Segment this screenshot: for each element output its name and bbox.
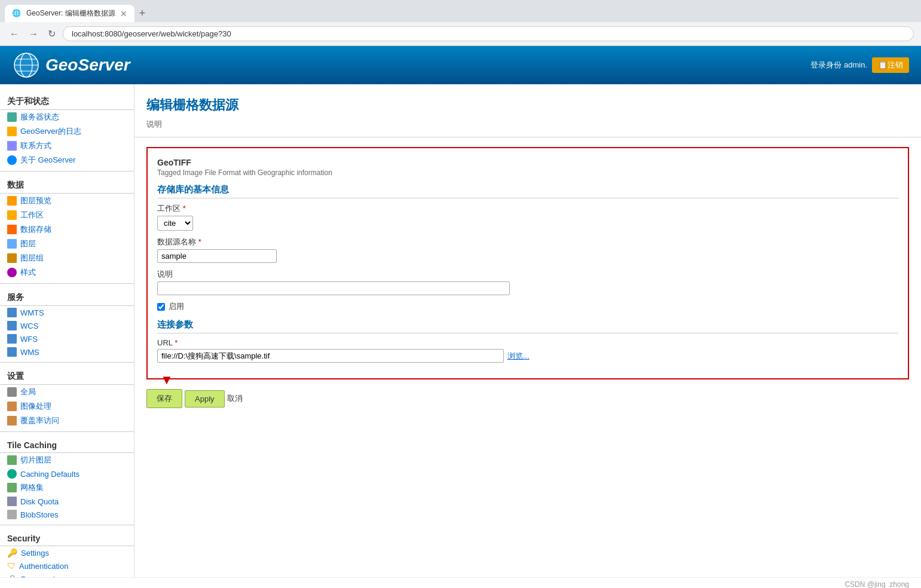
settings-icon bbox=[7, 387, 17, 397]
divider-security bbox=[0, 525, 134, 525]
save-button[interactable]: 保存 bbox=[146, 389, 182, 408]
sidebar-item-wms[interactable]: WMS bbox=[0, 345, 134, 359]
sidebar-label-gridsets: 网格集 bbox=[20, 482, 44, 493]
layers-icon bbox=[7, 196, 17, 206]
sidebar-item-layers[interactable]: 图层 bbox=[0, 237, 134, 251]
sidebar-item-wcs[interactable]: WCS bbox=[0, 319, 134, 332]
doc-icon bbox=[7, 127, 17, 136]
sidebar-item-about[interactable]: 关于 GeoServer bbox=[0, 153, 134, 167]
coverage-icon bbox=[7, 416, 17, 425]
nav-reload-button[interactable]: ↻ bbox=[45, 26, 58, 42]
sidebar-item-coverage-access[interactable]: 覆盖率访问 bbox=[0, 414, 134, 428]
user-label: 登录身份 admin. bbox=[810, 60, 867, 71]
divider-tile bbox=[0, 431, 134, 432]
enabled-label: 启用 bbox=[169, 301, 184, 312]
wfs-icon bbox=[7, 334, 17, 344]
form-panel: GeoTIFF Tagged Image File Format with Ge… bbox=[146, 147, 909, 379]
new-tab-button[interactable]: + bbox=[134, 5, 151, 22]
sidebar-item-tile-layers[interactable]: 切片图层 bbox=[0, 453, 134, 467]
url-input[interactable] bbox=[157, 349, 504, 363]
address-bar[interactable] bbox=[63, 26, 914, 41]
sidebar-label-layer-preview: 图层预览 bbox=[20, 195, 51, 206]
app-body: 关于和状态 服务器状态 GeoServer的日志 联系方式 关于 GeoServ… bbox=[0, 84, 921, 577]
section-label: 说明 bbox=[146, 119, 909, 130]
sidebar-item-wmts[interactable]: WMTS bbox=[0, 306, 134, 319]
footer: CSDN @jing_zhong bbox=[0, 577, 921, 588]
sidebar-item-server-status[interactable]: 服务器状态 bbox=[0, 110, 134, 124]
app-header: GeoServer 登录身份 admin. 📋注销 bbox=[0, 46, 921, 84]
sidebar-label-layergroups: 图层组 bbox=[20, 253, 44, 264]
enabled-checkbox[interactable] bbox=[157, 303, 165, 311]
horizontal-divider bbox=[134, 137, 921, 137]
sidebar-section-security: Security bbox=[0, 529, 134, 546]
arrow-indicator: ▼ bbox=[160, 372, 173, 388]
sidebar-label-blobstores: BlobStores bbox=[20, 510, 59, 519]
sidebar-section-services: 服务 bbox=[0, 287, 134, 306]
app-header-right: 登录身份 admin. 📋注销 bbox=[810, 57, 909, 73]
geoserver-logo: GeoServer bbox=[12, 51, 130, 79]
sidebar-label-security-settings: Settings bbox=[21, 549, 49, 558]
sidebar-item-datastores[interactable]: 数据存储 bbox=[0, 222, 134, 237]
sidebar-item-blobstores[interactable]: BlobStores bbox=[0, 508, 134, 521]
sidebar-item-contact[interactable]: 联系方式 bbox=[0, 139, 134, 153]
datasource-input[interactable] bbox=[157, 249, 277, 263]
sidebar-item-logs[interactable]: GeoServer的日志 bbox=[0, 124, 134, 139]
gridset-icon bbox=[7, 483, 17, 492]
active-tab[interactable]: 🌐 GeoServer: 编辑栅格数据源 ✕ bbox=[5, 5, 134, 22]
sidebar-item-layergroups[interactable]: 图层组 bbox=[0, 251, 134, 265]
nav-back-button[interactable]: ← bbox=[7, 26, 22, 42]
sidebar-label-caching-defaults: Caching Defaults bbox=[20, 470, 79, 479]
sidebar-item-global[interactable]: 全局 bbox=[0, 385, 134, 399]
tab-close-button[interactable]: ✕ bbox=[120, 9, 127, 19]
footer-text: CSDN @jing_zhong bbox=[844, 580, 909, 588]
sidebar-label-datastores: 数据存储 bbox=[20, 224, 51, 235]
workspace-select[interactable]: cite sf topp tiger nurc bbox=[157, 216, 193, 231]
logout-button[interactable]: 📋注销 bbox=[872, 57, 909, 73]
image-processing-icon bbox=[7, 402, 17, 411]
sidebar-item-image-processing[interactable]: 图像处理 bbox=[0, 399, 134, 414]
sidebar-label-tile-layers: 切片图层 bbox=[20, 455, 51, 466]
sidebar-label-wms: WMS bbox=[20, 348, 39, 357]
sidebar-item-disk-quota[interactable]: Disk Quota bbox=[0, 495, 134, 508]
format-desc: Tagged Image File Format with Geographic… bbox=[157, 169, 898, 177]
description-input[interactable] bbox=[157, 281, 510, 295]
description-field-group: 说明 bbox=[157, 269, 898, 295]
sidebar-item-styles[interactable]: 样式 bbox=[0, 265, 134, 280]
sidebar-item-authentication[interactable]: 🛡 Authentication bbox=[0, 559, 134, 572]
sidebar-item-wfs[interactable]: WFS bbox=[0, 332, 134, 345]
url-required: * bbox=[175, 338, 178, 347]
sidebar-item-layer-preview[interactable]: 图层预览 bbox=[0, 194, 134, 208]
tab-title: GeoServer: 编辑栅格数据源 bbox=[26, 8, 115, 19]
nav-forward-button[interactable]: → bbox=[26, 26, 41, 42]
info-icon bbox=[7, 155, 17, 165]
browser-addressbar: ← → ↻ bbox=[0, 22, 921, 45]
basic-info-header: 存储库的基本信息 bbox=[157, 184, 898, 198]
logo-text: GeoServer bbox=[45, 56, 130, 75]
tab-favicon: 🌐 bbox=[12, 9, 22, 19]
sidebar-item-gridsets[interactable]: 网格集 bbox=[0, 480, 134, 495]
apply-button[interactable]: Apply bbox=[185, 390, 225, 408]
sidebar-label-global: 全局 bbox=[20, 387, 36, 397]
divider-settings bbox=[0, 362, 134, 363]
url-row: 浏览... bbox=[157, 349, 898, 363]
browser-chrome: 🌐 GeoServer: 编辑栅格数据源 ✕ + ← → ↻ bbox=[0, 0, 921, 46]
sidebar-item-caching-defaults[interactable]: Caching Defaults bbox=[0, 467, 134, 480]
sidebar-label-wfs: WFS bbox=[20, 335, 38, 344]
connection-header: 连接参数 bbox=[157, 319, 898, 333]
browse-button[interactable]: 浏览... bbox=[507, 351, 530, 362]
monitor-icon bbox=[7, 112, 17, 122]
datasource-label: 数据源名称 * bbox=[157, 237, 898, 247]
sidebar-label-wcs: WCS bbox=[20, 321, 38, 330]
sidebar-item-security-settings[interactable]: 🔑 Settings bbox=[0, 546, 134, 559]
sidebar-item-workspaces[interactable]: 工作区 bbox=[0, 208, 134, 222]
layer-icon bbox=[7, 239, 17, 249]
divider-services bbox=[0, 283, 134, 284]
sidebar-section-tile: Tile Caching bbox=[0, 436, 134, 453]
sidebar-label-layers: 图层 bbox=[20, 238, 36, 249]
sidebar-item-passwords[interactable]: 🔒 Passwords bbox=[0, 572, 134, 577]
sidebar-label-workspaces: 工作区 bbox=[20, 210, 44, 220]
workspace-icon bbox=[7, 210, 17, 220]
app: GeoServer 登录身份 admin. 📋注销 关于和状态 服务器状态 Ge… bbox=[0, 46, 921, 588]
workspace-label: 工作区 * bbox=[157, 203, 898, 214]
cancel-button[interactable]: 取消 bbox=[227, 393, 243, 404]
